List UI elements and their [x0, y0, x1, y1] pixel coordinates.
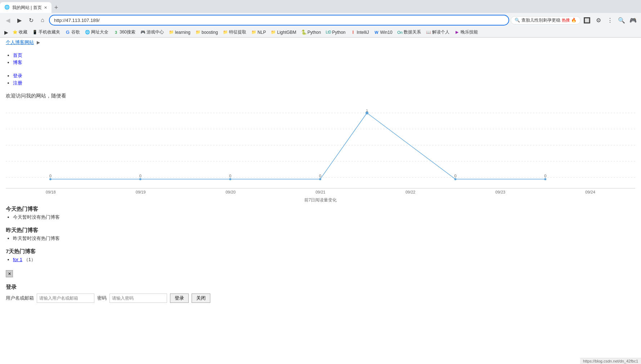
bookmark-game[interactable]: 🎮 游戏中心 [138, 28, 166, 36]
win10-icon: W [374, 30, 379, 35]
bookmark-python[interactable]: 🐍 Python [299, 29, 323, 36]
bookmark-nlp[interactable]: 📁 NLP [249, 29, 268, 36]
intellij-icon: I [351, 30, 356, 35]
address-bar-container[interactable] [49, 15, 509, 26]
yesterday-hot-title: 昨天热门博客 [6, 227, 635, 234]
toolbar-right: 🔍 查胎儿性别刺孕更稳 热搜 🔥 🔲 ⚙ ⋮ 🔍 🎮 [511, 15, 638, 25]
week-hot-title: 7天热门博客 [6, 248, 635, 255]
svg-text:0: 0 [319, 174, 321, 178]
bookmark-favorites[interactable]: ⭐ 收藏 [10, 28, 30, 36]
site-header-expand[interactable]: ▶ [37, 40, 40, 45]
nav-item-register: 注册 [13, 80, 635, 86]
google-icon: G [65, 30, 70, 35]
bookmark-label: IntelliJ [357, 30, 369, 35]
week-hot-list: for 1 （1） [6, 256, 635, 263]
bookmark-boosting[interactable]: 📁 boosting [193, 29, 220, 36]
nav-link-home[interactable]: 首页 [13, 52, 635, 59]
bookmark-ltd-python[interactable]: LtD Python [324, 29, 348, 36]
bookmark-lightgbm[interactable]: 📁 LightGBM [269, 29, 298, 36]
week-hot-section: 7天热门博客 for 1 （1） [0, 245, 641, 267]
password-input[interactable] [109, 294, 167, 303]
bookmark-label: Win10 [380, 30, 393, 35]
today-hot-item: 今天暂时没有热门博客 [13, 214, 635, 220]
browser-chrome: 🌐 我的网站 | 首页 ✕ + ◀ ▶ ↻ ⌂ 🔍 查胎儿性别刺孕更稳 热搜 🔥… [0, 0, 641, 38]
auth-list: 登录 注册 [6, 73, 635, 86]
bookmark-wangzhi[interactable]: 🌐 网址大全 [83, 28, 111, 36]
svg-point-6 [139, 178, 142, 180]
yesterday-hot-list: 昨天暂时没有热门博客 [6, 235, 635, 242]
bookmark-label: 游戏中心 [147, 29, 164, 35]
bookmark-label: 谷歌 [71, 29, 80, 35]
tab-bar: 🌐 我的网站 | 首页 ✕ + [0, 0, 641, 13]
chart-svg: 0 0 0 0 1 0 0 [6, 109, 635, 188]
bookmark-mobile[interactable]: 📱 手机收藏夹 [30, 28, 62, 36]
extension-btn-5[interactable]: 🎮 [628, 15, 638, 25]
today-hot-list: 今天暂时没有热门博客 [6, 214, 635, 220]
bookmark-feature[interactable]: 📁 特征提取 [221, 28, 248, 36]
bookmark-win10[interactable]: W Win10 [372, 29, 395, 36]
nav-list: 首页 博客 [6, 52, 635, 66]
chart-area: 0 0 0 0 1 0 0 [6, 109, 635, 188]
login-section: 登录 用户名或邮箱 密码 登录 关闭 [0, 281, 641, 306]
python-icon: 🐍 [301, 30, 306, 35]
login-overlay: ✕ [0, 270, 641, 277]
home-button[interactable]: ⌂ [37, 15, 48, 25]
bookmark-label: 晚乐技能 [461, 29, 478, 35]
page-content: 个人博客网站 ▶ 首页 博客 登录 注册 欢迎访问我的网站，随便看 [0, 38, 641, 306]
extension-btn-3[interactable]: ⋮ [605, 15, 615, 25]
x-label-0924: 09/24 [585, 190, 595, 194]
browser-toolbar: ◀ ▶ ↻ ⌂ 🔍 查胎儿性别刺孕更稳 热搜 🔥 🔲 ⚙ ⋮ 🔍 🎮 [0, 13, 641, 27]
bookmarks-expand-btn[interactable]: ▶ [3, 29, 10, 35]
site-title-link[interactable]: 个人博客网站 [6, 40, 34, 45]
refresh-button[interactable]: ↻ [26, 15, 36, 25]
nav-link-blog[interactable]: 博客 [13, 59, 635, 66]
tab-close-btn[interactable]: ✕ [44, 5, 47, 10]
new-tab-button[interactable]: + [51, 2, 61, 13]
bookmark-intellij[interactable]: I IntelliJ [349, 29, 371, 36]
nav-item-home: 首页 [13, 52, 635, 59]
bookmark-360[interactable]: 3 360搜索 [111, 28, 138, 36]
folder-icon: 📁 [196, 30, 201, 35]
today-hot-section: 今天热门博客 今天暂时没有热门博客 [0, 203, 641, 224]
bookmark-data[interactable]: On 数据关系 [395, 28, 423, 36]
site-nav: 首页 博客 登录 注册 [0, 49, 641, 90]
chart-title: 前7日阅读量变化 [6, 197, 635, 203]
active-tab[interactable]: 🌐 我的网站 | 首页 ✕ [0, 2, 51, 13]
entertainment-icon: ▶ [454, 30, 460, 35]
bookmarks-bar: ▶ ⭐ 收藏 📱 手机收藏夹 G 谷歌 🌐 网址大全 3 360搜索 🎮 游戏中… [0, 27, 641, 37]
search-area[interactable]: 🔍 查胎儿性别刺孕更稳 热搜 🔥 [511, 16, 581, 24]
bookmark-decode[interactable]: 📖 解读个人 [424, 28, 452, 36]
bookmark-entertainment[interactable]: ▶ 晚乐技能 [452, 28, 480, 36]
extension-btn-4[interactable]: 🔍 [617, 15, 627, 25]
forward-button[interactable]: ▶ [14, 15, 24, 25]
chart-x-labels: 09/18 09/19 09/20 09/21 09/22 09/23 09/2… [6, 188, 635, 196]
extension-btn-1[interactable]: 🔲 [582, 15, 592, 25]
nav-link-register[interactable]: 注册 [13, 80, 635, 86]
bookmark-label: 360搜索 [120, 29, 135, 35]
folder-icon: 📁 [169, 30, 174, 35]
close-overlay-button[interactable]: ✕ [6, 270, 13, 277]
tab-title: 我的网站 | 首页 [12, 5, 42, 11]
nav-item-blog: 博客 [13, 59, 635, 66]
extension-btn-2[interactable]: ⚙ [593, 15, 604, 25]
bookmark-label: 收藏 [19, 29, 27, 35]
week-hot-count: （1） [24, 257, 36, 262]
x-label-0923: 09/23 [496, 190, 506, 194]
svg-point-11 [544, 178, 546, 180]
bookmark-google[interactable]: G 谷歌 [63, 28, 82, 36]
address-bar[interactable] [54, 18, 504, 23]
tab-favicon: 🌐 [4, 5, 10, 10]
nav-link-login[interactable]: 登录 [13, 73, 635, 79]
bookmark-learning[interactable]: 📁 learning [167, 29, 193, 36]
site-header: 个人博客网站 ▶ [0, 38, 641, 49]
back-button[interactable]: ◀ [3, 15, 13, 25]
data-icon: On [398, 30, 403, 35]
login-button[interactable]: 登录 [170, 294, 189, 303]
decode-icon: 📖 [426, 30, 431, 35]
x-label-0918: 09/18 [46, 190, 56, 194]
close-login-button[interactable]: 关闭 [192, 294, 210, 303]
bookmark-label: boosting [202, 30, 218, 35]
username-input[interactable] [37, 294, 94, 303]
mobile-icon: 📱 [32, 30, 37, 35]
week-hot-link[interactable]: for 1 [13, 257, 22, 262]
